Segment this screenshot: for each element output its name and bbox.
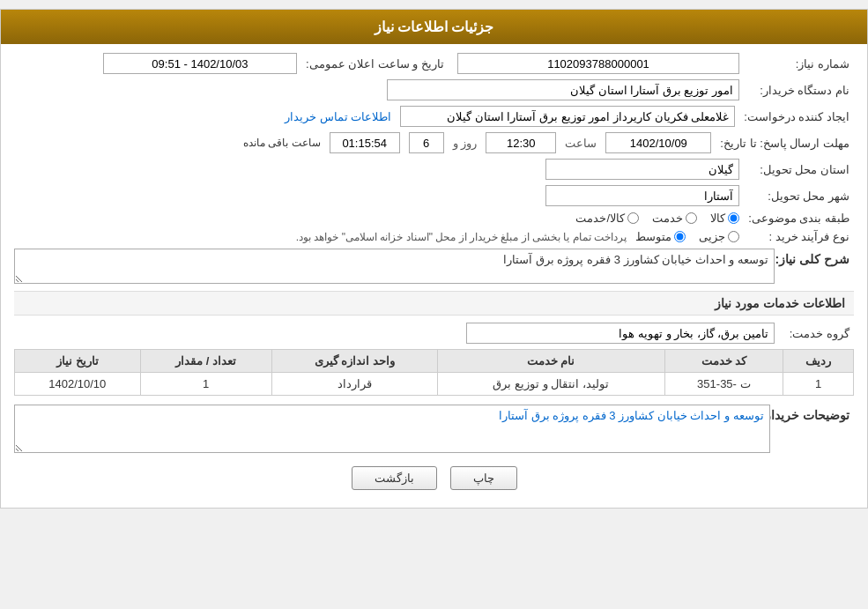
mohlat-saat-label: ساعت: [565, 137, 597, 150]
button-row: چاپ بازگشت: [14, 466, 854, 490]
khadamat-section-title: اطلاعات خدمات مورد نیاز: [14, 291, 854, 316]
mohlat-date-input[interactable]: [605, 132, 711, 153]
mohlat-label: مهلت ارسال پاسخ: تا تاریخ:: [720, 137, 854, 150]
goroh-input[interactable]: [466, 323, 775, 344]
col-tarikh: تاریخ نیاز: [15, 350, 141, 373]
col-kod: کد خدمت: [664, 350, 783, 373]
col-tedad: تعداد / مقدار: [140, 350, 271, 373]
ettelaat-tamas-link[interactable]: اطلاعات تماس خریدار: [285, 110, 391, 123]
shahr-input[interactable]: [545, 185, 739, 206]
ostan-label: استان محل تحویل:: [748, 163, 854, 176]
tabaqe-radio-group: کالا خدمت کالا/خدمت: [575, 212, 739, 225]
mohlat-baqi-label: ساعت باقی مانده: [243, 137, 321, 149]
nooe-farayand-radio-group: جزیی متوسط: [635, 230, 739, 243]
page-header: جزئیات اطلاعات نیاز: [1, 10, 867, 44]
mohlat-baqi-input[interactable]: [330, 132, 400, 153]
tabaqe-kala-khedmat[interactable]: کالا/خدمت: [575, 212, 639, 225]
tarikh-ilan-label: تاریخ و ساعت اعلان عمومی:: [306, 57, 449, 71]
page-title: جزئیات اطلاعات نیاز: [375, 19, 494, 34]
nooe-farayand-desc: پرداخت تمام یا بخشی از مبلغ خریدار از مح…: [296, 231, 627, 243]
farayand-motevaset[interactable]: متوسط: [635, 230, 686, 243]
tozihat-label: توضیحات خریدار:: [770, 405, 854, 422]
ejad-input[interactable]: [400, 106, 735, 127]
tabaqe-kala[interactable]: کالا: [710, 212, 739, 225]
cell-kod: ت -35-351: [664, 373, 783, 396]
services-table: ردیف کد خدمت نام خدمت واحد اندازه گیری ت…: [14, 349, 854, 396]
sharh-textarea[interactable]: توسعه و احداث خیابان کشاورز 3 فقره پروژه…: [14, 249, 775, 284]
cell-radif: 1: [783, 373, 854, 396]
mohlat-saat-input[interactable]: [486, 132, 556, 153]
cell-vahed: قرارداد: [271, 373, 437, 396]
tabaqe-label: طبقه بندی موضوعی:: [748, 212, 854, 225]
shahr-label: شهر محل تحویل:: [748, 189, 854, 203]
col-naam: نام خدمت: [437, 350, 664, 373]
shomara-niaz-label: شماره نیاز:: [748, 57, 854, 71]
mohlat-rooz-input[interactable]: [409, 132, 444, 153]
cell-naam: تولید، انتقال و توزیع برق: [437, 373, 664, 396]
shomara-niaz-input[interactable]: [457, 53, 739, 74]
sharh-label: شرح کلی نیاز:: [775, 249, 854, 266]
mohlat-rooz-label: روز و: [453, 137, 478, 150]
col-vahed: واحد اندازه گیری: [271, 350, 437, 373]
ejad-label: ایجاد کننده درخواست:: [744, 110, 854, 123]
goroh-label: گروه خدمت:: [775, 327, 854, 340]
naam-dastgah-input[interactable]: [387, 79, 739, 100]
col-radif: ردیف: [783, 350, 854, 373]
print-button[interactable]: چاپ: [450, 466, 517, 490]
tabaqe-khedmat[interactable]: خدمت: [652, 212, 697, 225]
tozihat-textarea[interactable]: توسعه و احداث خیابان کشاورز 3 فقره پروژه…: [14, 405, 770, 453]
cell-tarikh: 1402/10/10: [15, 373, 141, 396]
back-button[interactable]: بازگشت: [352, 466, 437, 490]
nooe-farayand-label: نوع فرآیند خرید :: [748, 230, 854, 243]
naam-dastgah-label: نام دستگاه خریدار:: [748, 84, 854, 97]
ostan-input[interactable]: [545, 159, 739, 180]
cell-tedad: 1: [140, 373, 271, 396]
tarikh-ilan-input[interactable]: [103, 53, 297, 74]
farayand-jozi[interactable]: جزیی: [699, 230, 739, 243]
table-row: 1 ت -35-351 تولید، انتقال و توزیع برق قر…: [15, 373, 854, 396]
